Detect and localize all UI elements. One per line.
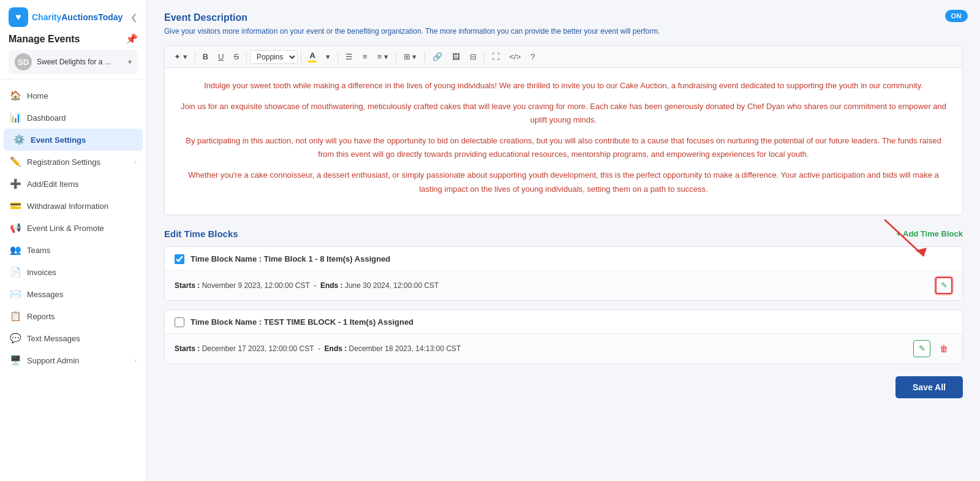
event-name: Sweet Delights for a ... — [37, 58, 123, 66]
messages-icon: ✉️ — [10, 289, 21, 300]
event-chevron-icon: ▾ — [128, 58, 132, 66]
manage-events-icon: 📌 — [126, 33, 138, 45]
sidebar-item-label: Event Link & Promote — [27, 224, 104, 233]
fullscreen-btn[interactable]: ⛶ — [488, 50, 504, 63]
chevron-right-icon: › — [134, 357, 137, 364]
sidebar-item-label: Withdrawal Information — [27, 202, 108, 211]
chevron-right-icon: › — [134, 158, 137, 165]
time-block-2-dates: Starts : December 17 2023, 12:00:00 CST … — [175, 344, 461, 353]
event-description-title: Event Description — [164, 12, 963, 23]
image-btn[interactable]: 🖼 — [448, 50, 464, 63]
time-block-1-checkbox[interactable] — [175, 254, 184, 264]
link-btn[interactable]: 🔗 — [428, 50, 447, 63]
add-items-icon: ➕ — [10, 178, 21, 189]
sidebar-item-withdrawal-information[interactable]: 💳 Withdrawal Information — [0, 195, 146, 217]
font-color-btn[interactable]: A — [304, 50, 320, 64]
save-all-button[interactable]: Save All — [895, 376, 963, 398]
sidebar-item-invoices[interactable]: 📄 Invoices — [0, 261, 146, 283]
sidebar-item-label: Home — [27, 91, 48, 100]
code-btn[interactable]: </> — [505, 50, 526, 63]
unordered-list-btn[interactable]: ☰ — [341, 50, 357, 63]
registration-icon: ✏️ — [10, 156, 21, 167]
time-block-1-actions: ✎ — [935, 277, 952, 294]
dashboard-icon: 📊 — [10, 112, 21, 123]
starts-label-2: Starts : — [175, 344, 200, 353]
sidebar-header: ♥ CharityAuctionsToday ❮ Manage Events 📌… — [0, 0, 146, 80]
sidebar-item-text-messages[interactable]: 💬 Text Messages — [0, 327, 146, 349]
edit-time-block-2-button[interactable]: ✎ — [913, 340, 930, 357]
time-block-2-checkbox[interactable] — [175, 317, 184, 327]
time-block-2-name: Time Block Name : TEST TIME BLOCK - 1 It… — [190, 317, 413, 327]
table-btn[interactable]: ⊞ ▾ — [399, 50, 421, 63]
toolbar-sep-2 — [246, 51, 247, 62]
logo-text: CharityAuctionsToday — [32, 12, 123, 22]
time-block-card-2: Time Block Name : TEST TIME BLOCK - 1 It… — [164, 309, 963, 364]
support-admin-icon: 🖥️ — [10, 355, 21, 366]
text-messages-icon: 💬 — [10, 333, 21, 344]
teams-icon: 👥 — [10, 244, 21, 256]
font-color-chevron[interactable]: ▾ — [322, 50, 334, 63]
toolbar-sep-5 — [396, 51, 396, 62]
starts-value-2: December 17 2023, 12:00:00 CST — [202, 344, 314, 353]
sidebar-item-event-link-promote[interactable]: 📢 Event Link & Promote — [0, 217, 146, 239]
withdrawal-icon: 💳 — [10, 200, 21, 211]
promote-icon: 📢 — [10, 222, 21, 233]
time-block-2-actions: ✎ 🗑 — [913, 340, 952, 357]
time-blocks-header: Edit Time Blocks + Add Time Block — [164, 229, 963, 239]
editor-paragraph-2: Join us for an exquisite showcase of mou… — [177, 100, 950, 127]
sidebar-item-add-edit-items[interactable]: ➕ Add/Edit Items — [0, 173, 146, 195]
time-block-card-1: Time Block Name : Time Block 1 - 8 Item(… — [164, 246, 963, 301]
sidebar-item-label: Teams — [27, 246, 50, 255]
time-block-1-body: Starts : November 9 2023, 12:00:00 CST -… — [165, 270, 962, 300]
delete-time-block-2-button[interactable]: 🗑 — [935, 340, 952, 357]
toolbar-sep-7 — [484, 51, 484, 62]
sidebar-item-label: Support Admin — [27, 356, 79, 365]
logo-icon: ♥ — [9, 7, 28, 27]
font-select[interactable]: Poppins — [250, 50, 298, 64]
sidebar-item-label: Event Settings — [31, 135, 86, 145]
underline-btn[interactable]: U — [214, 50, 228, 63]
nav-list: 🏠 Home 📊 Dashboard ⚙️ Event Settings ✏️ … — [0, 80, 146, 481]
sidebar-item-label: Invoices — [27, 268, 56, 277]
magic-toolbar-btn[interactable]: ✦ ▾ — [170, 50, 192, 63]
ordered-list-btn[interactable]: ≡ — [358, 50, 372, 63]
align-btn[interactable]: ≡ ▾ — [373, 50, 393, 63]
sidebar-item-label: Dashboard — [27, 113, 66, 123]
embed-btn[interactable]: ⊟ — [466, 50, 481, 63]
invoices-icon: 📄 — [10, 267, 21, 278]
editor-paragraph-1: Indulge your sweet tooth while making a … — [177, 79, 950, 93]
sidebar-item-messages[interactable]: ✉️ Messages — [0, 283, 146, 305]
help-btn[interactable]: ? — [526, 50, 539, 63]
sidebar-item-teams[interactable]: 👥 Teams — [0, 239, 146, 261]
bold-btn[interactable]: B — [198, 50, 213, 63]
sidebar-item-reports[interactable]: 📋 Reports — [0, 305, 146, 327]
sidebar-item-registration-settings[interactable]: ✏️ Registration Settings › — [0, 151, 146, 173]
manage-events-title: Manage Events — [9, 34, 80, 45]
add-time-block-button[interactable]: + Add Time Block — [896, 229, 963, 238]
editor-paragraph-3: By participating in this auction, not on… — [177, 134, 950, 161]
sidebar-item-event-settings[interactable]: ⚙️ Event Settings — [4, 129, 143, 151]
time-block-1-dates: Starts : November 9 2023, 12:00:00 CST -… — [175, 281, 439, 290]
toggle-on-badge[interactable]: ON — [945, 10, 968, 22]
event-description-subtitle: Give your visitors more information on y… — [164, 26, 963, 37]
sidebar-item-label: Add/Edit Items — [27, 180, 79, 189]
time-block-2-header: Time Block Name : TEST TIME BLOCK - 1 It… — [165, 310, 962, 333]
collapse-icon[interactable]: ❮ — [130, 12, 138, 22]
edit-time-block-1-button[interactable]: ✎ — [935, 277, 952, 294]
sidebar-item-label: Registration Settings — [27, 157, 100, 167]
toolbar-sep-6 — [424, 51, 425, 62]
strikethrough-btn[interactable]: S — [229, 50, 243, 63]
sidebar-item-dashboard[interactable]: 📊 Dashboard — [0, 107, 146, 129]
ends-value-1: June 30 2024, 12:00:00 CST — [345, 281, 439, 290]
sidebar-item-support-admin[interactable]: 🖥️ Support Admin › — [0, 349, 146, 371]
event-selector[interactable]: SD Sweet Delights for a ... ▾ — [9, 50, 138, 74]
main-content: ON Event Description Give your visitors … — [147, 0, 980, 481]
sidebar-item-home[interactable]: 🏠 Home — [0, 85, 146, 107]
home-icon: 🏠 — [10, 90, 21, 101]
starts-value-1: November 9 2023, 12:00:00 CST — [202, 281, 310, 290]
reports-icon: 📋 — [10, 311, 21, 322]
time-block-2-body: Starts : December 17 2023, 12:00:00 CST … — [165, 333, 962, 363]
editor-content[interactable]: Indulge your sweet tooth while making a … — [164, 67, 963, 215]
event-avatar: SD — [15, 53, 32, 70]
editor-paragraph-4: Whether you're a cake connoisseur, a des… — [177, 169, 950, 195]
